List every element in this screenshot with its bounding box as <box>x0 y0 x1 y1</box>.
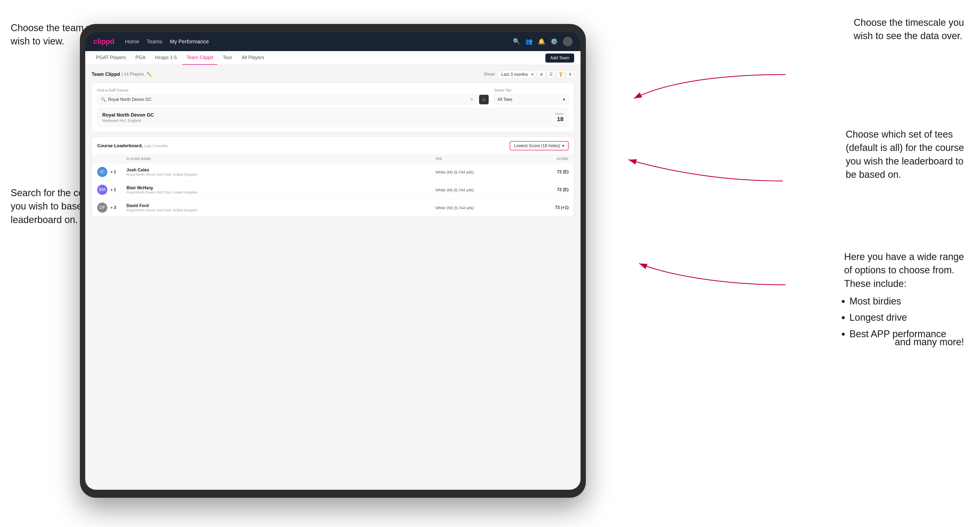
bullet-birdies: Most birdies <box>850 293 964 309</box>
player-club-1: Royal North Devon Golf Club, United King… <box>126 173 197 176</box>
app-container: clippd Home Teams My Performance 🔍 👥 🔔 ⚙… <box>85 32 581 490</box>
app-logo: clippd <box>93 37 114 46</box>
show-label: Show: <box>484 72 496 77</box>
player-name-2: Blair McHarg <box>126 186 197 190</box>
users-icon[interactable]: 👥 <box>525 38 533 45</box>
course-search-input-wrapper: 🔍 Royal North Devon GC ✕ <box>97 94 477 104</box>
player-info-2: Blair McHarg Royal North Devon Golf Club… <box>126 186 435 194</box>
annotation-bottom-right: Here you have a wide range of options to… <box>844 250 964 342</box>
player-score-3: 73 (+1) <box>515 205 568 210</box>
team-header: Team Clippd | 14 Players ✏️ Show: Last 3… <box>92 70 574 78</box>
settings-icon[interactable]: ⚙️ <box>550 38 558 45</box>
rank-2: ♥ 1 <box>110 187 126 192</box>
view-icons: ⊞ ☰ 🏆 ⬇ <box>538 70 574 78</box>
player-score-2: 72 (E) <box>515 187 568 192</box>
search-row: Find a Golf Course 🔍 Royal North Devon G… <box>97 88 568 104</box>
tab-pga[interactable]: PGA <box>131 51 150 65</box>
nav-bar: clippd Home Teams My Performance 🔍 👥 🔔 ⚙… <box>85 32 581 51</box>
player-info-3: David Ford Royal North Devon Golf Club, … <box>126 203 435 212</box>
search-icon[interactable]: 🔍 <box>513 38 520 45</box>
course-search-group: Find a Golf Course 🔍 Royal North Devon G… <box>97 88 488 104</box>
col-header-score: SCORE <box>515 157 568 161</box>
add-team-button[interactable]: Add Team <box>546 54 574 62</box>
score-type-dropdown[interactable]: Lowest Score (18 holes) ▾ <box>510 141 568 151</box>
table-row: BM ♥ 1 Blair McHarg Royal North Devon Go… <box>92 181 574 199</box>
rank-num-1: 1 <box>114 170 116 174</box>
tab-tour[interactable]: Tour <box>218 51 236 65</box>
team-count: | 14 Players <box>122 72 144 77</box>
col-header-tee: TEE <box>435 157 515 161</box>
player-score-1: 72 (E) <box>515 170 568 174</box>
player-tee-2: White (M) (6,744 yds) <box>435 187 515 192</box>
nav-teams[interactable]: Teams <box>147 38 162 46</box>
tablet-screen: clippd Home Teams My Performance 🔍 👥 🔔 ⚙… <box>85 32 581 490</box>
heart-icon-1: ♥ <box>110 170 113 174</box>
player-avatar-2: BM <box>97 185 107 195</box>
player-avatar-3: DF <box>97 203 107 213</box>
rank-num-2: 1 <box>114 187 116 192</box>
tab-team-clippd[interactable]: Team Clippd <box>182 51 217 65</box>
trophy-view-button[interactable]: 🏆 <box>557 70 565 78</box>
player-avatar-1: JC <box>97 167 107 177</box>
search-icon-inner: 🔍 <box>101 97 106 102</box>
annotation-and-more: and many more! <box>895 335 964 349</box>
tee-chevron-icon: ▾ <box>563 97 565 102</box>
edit-icon[interactable]: ✏️ <box>147 72 152 77</box>
grid-view-button[interactable]: ⊞ <box>538 70 546 78</box>
leaderboard-subtitle: Last 3 months <box>144 144 168 148</box>
clear-search-button[interactable]: ✕ <box>470 97 474 102</box>
nav-home[interactable]: Home <box>125 38 139 46</box>
nav-my-performance[interactable]: My Performance <box>170 38 209 46</box>
leaderboard-header: Course Leaderboard, Last 3 months Lowest… <box>92 137 574 155</box>
player-club-2: Royal North Devon Golf Club, United King… <box>126 190 197 194</box>
score-type-value: Lowest Score (18 holes) <box>514 143 560 148</box>
score-type-chevron-icon: ▾ <box>562 143 564 148</box>
tab-hcaps[interactable]: Hcaps 1-5 <box>151 51 181 65</box>
bullet-drive: Longest drive <box>850 309 964 325</box>
rank-1: ♥ 1 <box>110 170 126 174</box>
tee-dropdown[interactable]: All Tees ▾ <box>494 94 568 104</box>
search-card: Find a Golf Course 🔍 Royal North Devon G… <box>92 83 574 132</box>
main-content: Team Clippd | 14 Players ✏️ Show: Last 3… <box>85 65 581 490</box>
course-name: Royal North Devon GC <box>102 112 555 118</box>
player-name-3: David Ford <box>126 203 197 208</box>
player-info-1: Josh Coles Royal North Devon Golf Club, … <box>126 168 435 176</box>
holes-value: 18 <box>555 116 563 123</box>
annotation-top-right: Choose the timescale you wish to see the… <box>854 16 964 43</box>
holes-badge: Holes 18 <box>555 112 563 123</box>
tee-select-group: Select Tee All Tees ▾ <box>494 88 568 104</box>
leaderboard-title: Course Leaderboard, <box>97 143 143 149</box>
tee-value: All Tees <box>498 97 512 102</box>
tablet-frame: clippd Home Teams My Performance 🔍 👥 🔔 ⚙… <box>80 24 586 498</box>
player-name-1: Josh Coles <box>126 168 197 173</box>
course-search-value[interactable]: Royal North Devon GC <box>108 97 468 102</box>
course-location: Westward Ho!, England <box>102 119 555 123</box>
sub-nav: PGAT Players PGA Hcaps 1-5 Team Clippd T… <box>85 51 581 65</box>
col-header-rank <box>110 157 126 161</box>
find-course-label: Find a Golf Course <box>97 88 488 92</box>
course-result: Royal North Devon GC Westward Ho!, Engla… <box>97 108 568 127</box>
table-header-row: PLAYER NAME TEE SCORE <box>92 155 574 163</box>
player-club-3: Royal North Devon Golf Club, United King… <box>126 208 197 212</box>
table-row: JC ♥ 1 Josh Coles Royal North Devon Golf… <box>92 163 574 181</box>
list-view-button[interactable]: ☰ <box>547 70 555 78</box>
holes-label: Holes <box>555 112 563 116</box>
course-info: Royal North Devon GC Westward Ho!, Engla… <box>102 112 555 123</box>
favorite-button[interactable]: ☆ <box>479 95 488 104</box>
player-tee-3: White (M) (6,744 yds) <box>435 205 515 210</box>
tab-all-players[interactable]: All Players <box>237 51 269 65</box>
tab-pgat-players[interactable]: PGAT Players <box>92 51 130 65</box>
rank-num-3: 3 <box>114 205 116 210</box>
user-avatar[interactable] <box>563 37 573 46</box>
download-button[interactable]: ⬇ <box>566 70 574 78</box>
show-dropdown[interactable]: Last 3 months <box>498 71 535 78</box>
heart-icon-3: ♥ <box>110 205 113 210</box>
select-tee-label: Select Tee <box>494 88 568 92</box>
nav-right: 🔍 👥 🔔 ⚙️ <box>513 37 573 46</box>
rank-3: ♥ 3 <box>110 205 126 210</box>
annotation-mid-right: Choose which set of tees (default is all… <box>846 128 964 181</box>
player-tee-1: White (M) (6,744 yds) <box>435 170 515 174</box>
team-title: Team Clippd <box>92 71 120 77</box>
bell-icon[interactable]: 🔔 <box>538 38 545 45</box>
col-header-player: PLAYER NAME <box>126 157 435 161</box>
